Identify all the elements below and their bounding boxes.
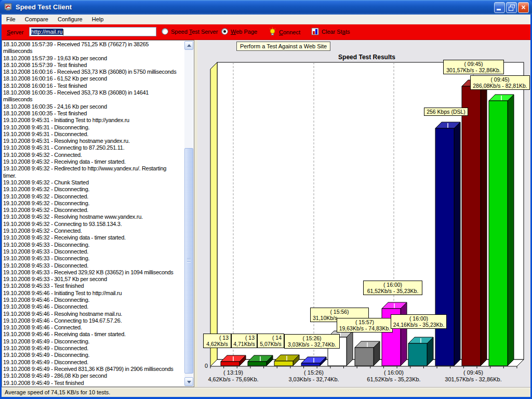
radio-speed-test-server-label: Speed Test Server bbox=[171, 29, 218, 35]
text-caret bbox=[63, 29, 63, 35]
log-line: 19.10.2008 9:45:32 - Connected. bbox=[3, 228, 184, 234]
chart-callout: ( 134,62Kb/s bbox=[203, 334, 231, 348]
log-line: 19.10.2008 9:45:33 - Disconnecting. bbox=[3, 255, 184, 262]
menu-item-configure[interactable]: Configure bbox=[53, 15, 87, 23]
scrollbar-grip-icon bbox=[187, 258, 191, 263]
scroll-up-icon bbox=[187, 44, 191, 47]
close-icon: × bbox=[518, 3, 528, 12]
toolbar: Server http://mail.ru Speed Test Server … bbox=[2, 24, 530, 40]
log-line: 19.10.2008 9:45:31 - Disconnecting. bbox=[3, 124, 184, 131]
log-line: 19.10.2008 9:45:46 - Connected. bbox=[3, 324, 184, 331]
restore-button[interactable] bbox=[506, 2, 517, 13]
log-line: 18.10.2008 16:00:35 - 24,16 Kb per secon… bbox=[3, 103, 184, 110]
chart-callout: ( 15:26)3,03Kb/s - 32,74Kb. bbox=[284, 334, 340, 349]
bar-8 bbox=[408, 337, 433, 366]
chart-panel: Perform a Test Against a Web Site Speed … bbox=[197, 40, 530, 387]
bar-11 bbox=[489, 95, 514, 366]
log-line: 18.10.2008 16:00:16 - Test finished bbox=[3, 83, 184, 89]
log-line: 19.10.2008 9:45:49 - Disconnecting. bbox=[3, 338, 184, 345]
log-line: 18.10.2008 15:57:39 - Test finished bbox=[3, 62, 184, 69]
log-line: 19.10.2008 9:45:33 - Disconnected. bbox=[3, 248, 184, 255]
chart-callout: ( 15:57)19,63Kb/s - 74,83Kb. bbox=[337, 318, 393, 332]
log-line: 18.10.2008 16:00:16 - Received 353,73 KB… bbox=[3, 69, 184, 75]
log-line: milliseconds bbox=[3, 96, 184, 103]
menu-item-compare[interactable]: Compare bbox=[20, 15, 53, 23]
log-scrollbar[interactable] bbox=[184, 41, 193, 386]
chart-callout: ( 134,71Kb/s bbox=[231, 334, 257, 348]
chart-stats-icon bbox=[311, 28, 319, 35]
log-line: 19.10.2008 9:45:49 - Disconnected. bbox=[3, 345, 184, 352]
log-line: timer. bbox=[3, 172, 184, 179]
log-line: 19.10.2008 9:45:31 - Disconnected. bbox=[3, 131, 184, 138]
log-line: 19.10.2008 9:45:32 - Chunk Started bbox=[3, 179, 184, 186]
log-line: 18.10.2008 15:57:39 - Received 751,25 KB… bbox=[3, 41, 184, 48]
log-line: 19.10.2008 9:45:32 - Receiving data - ti… bbox=[3, 234, 184, 241]
bar-6 bbox=[355, 341, 380, 366]
log-line: 19.10.2008 9:45:32 - Connecting to 93.15… bbox=[3, 221, 184, 228]
log-line: 19.10.2008 9:45:49 - Received 831,36 KB … bbox=[3, 366, 184, 373]
bar-7 bbox=[382, 302, 407, 366]
clear-stats-button[interactable]: Clear Stats bbox=[311, 28, 350, 35]
log-line: 19.10.2008 9:45:49 - Disconnected. bbox=[3, 359, 184, 366]
bar-9 bbox=[435, 122, 460, 366]
log-line: 19.10.2008 9:45:46 - Disconnecting. bbox=[3, 297, 184, 303]
menu-item-help[interactable]: Help bbox=[87, 15, 109, 23]
chart-callout: ( 09:45)301,57Kb/s - 32,86Kb. bbox=[443, 60, 504, 74]
log-line: 19.10.2008 9:45:31 - Connecting to 87.25… bbox=[3, 144, 184, 151]
log-line: 19.10.2008 9:45:46 - Connecting to 194.6… bbox=[3, 317, 184, 324]
bar-10 bbox=[462, 80, 487, 366]
close-button[interactable]: × bbox=[518, 2, 529, 13]
log-line: 19.10.2008 9:45:33 - 301,57 Kb per secon… bbox=[3, 276, 184, 283]
log-line: 19.10.2008 9:45:33 - Test finished bbox=[3, 283, 184, 289]
log-line: 19.10.2008 9:45:33 - Disconnected. bbox=[3, 262, 184, 269]
scroll-up-button[interactable] bbox=[184, 41, 193, 50]
app-icon bbox=[4, 3, 13, 12]
chart-callout: 256 Kbps (DSL) bbox=[424, 108, 468, 116]
x-axis-label: ( 15:26)3,03Kb/s - 32,74Kb. bbox=[288, 369, 339, 383]
log-line: 19.10.2008 9:45:32 - Connected. bbox=[3, 152, 184, 158]
chart-callout: ( 16:00)24,16Kb/s - 35,23Kb. bbox=[391, 314, 447, 329]
log-line: 19.10.2008 9:45:32 - Resolving hostname … bbox=[3, 214, 184, 220]
window-title: Speed Test Client bbox=[16, 3, 72, 11]
title-bar[interactable]: Speed Test Client × bbox=[0, 0, 532, 15]
log-line: 19.10.2008 9:45:49 - 286,08 Kb per secon… bbox=[3, 373, 184, 379]
radio-speed-test-server[interactable]: Speed Test Server bbox=[162, 28, 218, 35]
minimize-icon bbox=[497, 9, 501, 10]
server-input-selected-text: http://mail.ru bbox=[31, 29, 63, 35]
speed-test-client-window: { "window": { "title": "Speed Test Clien… bbox=[0, 0, 532, 399]
log-line: 18.10.2008 16:00:16 - 61,52 Kb per secon… bbox=[3, 75, 184, 82]
log-lines: 18.10.2008 15:57:39 - Received 751,25 KB… bbox=[3, 41, 184, 387]
svg-text:0: 0 bbox=[205, 363, 208, 369]
log-line: 19.10.2008 9:45:31 - Initiating Test to … bbox=[3, 117, 184, 124]
log-panel[interactable]: 18.10.2008 15:57:39 - Received 751,25 KB… bbox=[2, 40, 194, 387]
log-line: 19.10.2008 9:45:32 - Receiving data - ti… bbox=[3, 158, 184, 165]
server-label: Server bbox=[7, 29, 23, 35]
radio-web-page-label: Web Page bbox=[231, 29, 257, 35]
connect-button[interactable]: Connect bbox=[269, 28, 300, 36]
log-line: 19.10.2008 9:45:31 - Resolving hostname … bbox=[3, 138, 184, 144]
radio-web-page[interactable]: Web Page bbox=[221, 28, 257, 35]
server-input[interactable]: http://mail.ru bbox=[29, 27, 156, 36]
scroll-down-button[interactable] bbox=[184, 377, 193, 386]
lightbulb-icon bbox=[269, 28, 276, 36]
scroll-down-icon bbox=[187, 381, 191, 383]
log-line: 19.10.2008 9:45:32 - Redirected to http:… bbox=[3, 165, 184, 172]
log-line: 19.10.2008 9:45:49 - Test finished bbox=[3, 380, 184, 387]
minimize-button[interactable] bbox=[494, 2, 505, 13]
status-bar: Average speed of 74,15 KB/s for 10 tests… bbox=[2, 387, 530, 397]
log-line: 19.10.2008 9:45:49 - Disconnecting. bbox=[3, 352, 184, 358]
log-line: 18.10.2008 15:57:39 - 19,63 Kb per secon… bbox=[3, 55, 184, 62]
chart-callout: ( 145,07Kb/s bbox=[257, 334, 284, 348]
log-line: 19.10.2008 9:45:33 - Disconnecting. bbox=[3, 242, 184, 248]
log-line: 18.10.2008 16:00:35 - Test finished bbox=[3, 110, 184, 117]
clear-stats-label: Clear Stats bbox=[322, 29, 350, 35]
log-line: milliseconds bbox=[3, 48, 184, 55]
scrollbar-thumb[interactable] bbox=[184, 148, 193, 374]
menu-item-file[interactable]: File bbox=[2, 15, 20, 23]
x-axis-label: ( 13:19)4,62Kb/s - 75,69Kb. bbox=[208, 369, 258, 383]
chart-callout: ( 09:45)286,08Kb/s - 82,81Kb. bbox=[470, 75, 530, 90]
log-line: 19.10.2008 9:45:32 - Disconnected. bbox=[3, 207, 184, 214]
log-line: 19.10.2008 9:45:32 - Disconnecting. bbox=[3, 186, 184, 193]
log-line: 19.10.2008 9:45:46 - Receiving data - ti… bbox=[3, 331, 184, 338]
x-axis-label: ( 16:00)61,52Kb/s - 35,23Kb. bbox=[367, 369, 420, 383]
